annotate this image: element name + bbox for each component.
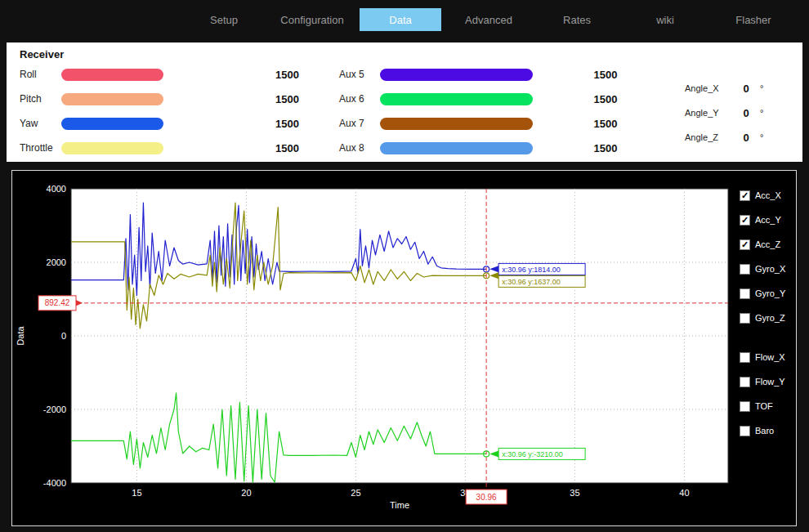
- x-tick-label: 35: [570, 488, 579, 498]
- chart-legend: Acc_XAcc_YAcc_ZGyro_XGyro_YGyro_ZFlow_XF…: [738, 171, 796, 525]
- angle-label-angle_x: Angle_X: [685, 83, 732, 93]
- channel-value-roll: 1500: [163, 69, 339, 81]
- x-tick-label: 20: [241, 488, 251, 498]
- angle-value-angle_x: 0: [732, 83, 760, 95]
- y-tick-label: -4000: [43, 478, 66, 488]
- legend-item-gyro_y: Gyro_Y: [740, 285, 796, 302]
- y-tick-label: -2000: [43, 405, 66, 414]
- tab-rates[interactable]: Rates: [536, 8, 618, 31]
- checkbox-flow_y[interactable]: [740, 377, 750, 387]
- angle-value-angle_y: 0: [732, 107, 760, 119]
- legend-label-flow_y: Flow_Y: [755, 377, 785, 387]
- angle-value-angle_z: 0: [732, 132, 760, 144]
- degree-unit: °: [760, 83, 773, 93]
- channel-label-roll: Roll: [20, 69, 61, 80]
- channel-value-throttle: 1500: [163, 142, 339, 154]
- tab-wiki[interactable]: wiki: [624, 8, 706, 31]
- receiver-panel: Receiver Roll1500Aux 51500Pitch1500Aux 6…: [7, 42, 802, 162]
- checkbox-acc_z[interactable]: [740, 239, 750, 250]
- channel-bar-pitch: [61, 93, 163, 105]
- legend-label-gyro_x: Gyro_X: [755, 264, 785, 274]
- checkbox-gyro_x[interactable]: [740, 264, 750, 275]
- legend-item-acc_x: Acc_X: [740, 187, 796, 203]
- channel-bar-roll: [61, 69, 163, 81]
- channel-label-pitch: Pitch: [20, 93, 61, 105]
- y-tick-label: 0: [61, 331, 66, 341]
- tab-data[interactable]: Data: [360, 8, 441, 31]
- checkbox-baro[interactable]: [740, 426, 750, 436]
- legend-label-acc_z: Acc_Z: [755, 239, 780, 249]
- x-tick-label: 15: [132, 488, 141, 498]
- checkbox-gyro_z[interactable]: [740, 313, 750, 324]
- angle-readouts: Angle_X0°Angle_Y0°Angle_Z0°: [685, 76, 773, 150]
- y-axis-label: Data: [16, 326, 25, 346]
- chart-panel: 152025303540400020000-2000-4000x:30.96 y…: [11, 170, 797, 526]
- channel-bar-aux5: [380, 69, 533, 81]
- y-tick-label: 4000: [47, 184, 66, 194]
- legend-label-tof: TOF: [755, 401, 773, 411]
- channel-label-yaw: Yaw: [20, 118, 61, 129]
- tooltip-text-Acc_Z: x:30.96 y:-3210.00: [502, 450, 563, 458]
- degree-unit: °: [760, 132, 773, 142]
- tab-flasher[interactable]: Flasher: [713, 8, 794, 31]
- legend-item-acc_z: Acc_Z: [740, 236, 796, 253]
- checkbox-acc_x[interactable]: [740, 190, 750, 201]
- tooltip-text-Acc_Y: x:30.96 y:1637.00: [502, 278, 561, 286]
- legend-item-tof: TOF: [740, 398, 796, 414]
- legend-label-acc_x: Acc_X: [755, 190, 781, 200]
- channel-value-aux7: 1500: [533, 118, 678, 130]
- channel-label-throttle: Throttle: [20, 142, 61, 154]
- degree-unit: °: [760, 108, 773, 118]
- app-window: SetupConfigurationDataAdvancedRateswikiF…: [0, 0, 809, 532]
- channel-bar-yaw: [61, 118, 163, 130]
- tab-configuration[interactable]: Configuration: [271, 8, 353, 31]
- y-tick-label: 2000: [47, 257, 66, 267]
- legend-group-4: Baro: [740, 422, 796, 439]
- legend-item-flow_x: Flow_X: [740, 349, 796, 365]
- checkbox-flow_x[interactable]: [740, 352, 750, 363]
- channel-bar-throttle: [61, 142, 163, 154]
- checkbox-acc_y[interactable]: [740, 215, 750, 226]
- cursor-x-value: 30.96: [476, 493, 497, 502]
- legend-label-gyro_y: Gyro_Y: [755, 288, 785, 298]
- channel-value-aux5: 1500: [533, 69, 678, 81]
- channel-value-aux8: 1500: [533, 142, 678, 154]
- channel-bar-aux7: [380, 118, 533, 130]
- receiver-title: Receiver: [20, 48, 64, 60]
- channel-label-aux8: Aux 8: [339, 142, 380, 154]
- tab-setup[interactable]: Setup: [183, 8, 265, 31]
- cursor-y-value: 892.42: [45, 298, 70, 307]
- legend-group-0: Acc_XAcc_YAcc_Z: [740, 187, 796, 253]
- channel-value-aux6: 1500: [533, 93, 678, 105]
- channel-label-aux5: Aux 5: [339, 69, 380, 80]
- angle-label-angle_z: Angle_Z: [685, 132, 732, 142]
- tab-advanced[interactable]: Advanced: [448, 8, 530, 31]
- legend-item-acc_y: Acc_Y: [740, 212, 796, 228]
- chart-svg: 152025303540400020000-2000-4000x:30.96 y…: [12, 171, 738, 524]
- legend-item-gyro_z: Gyro_Z: [740, 310, 796, 326]
- legend-group-1: Gyro_XGyro_YGyro_Z: [740, 261, 796, 326]
- legend-item-baro: Baro: [740, 422, 796, 439]
- x-tick-label: 25: [351, 488, 360, 498]
- channel-value-pitch: 1500: [163, 93, 339, 105]
- legend-label-gyro_z: Gyro_Z: [755, 313, 785, 323]
- checkbox-gyro_y[interactable]: [740, 288, 750, 299]
- tooltip-text-Acc_X: x:30.96 y:1814.00: [502, 266, 561, 274]
- legend-item-gyro_x: Gyro_X: [740, 261, 796, 277]
- x-axis-label: Time: [390, 500, 409, 510]
- channel-value-yaw: 1500: [163, 118, 339, 130]
- channel-label-aux7: Aux 7: [339, 118, 380, 129]
- legend-label-baro: Baro: [755, 426, 774, 436]
- channel-bar-aux6: [380, 93, 533, 105]
- legend-label-flow_x: Flow_X: [755, 352, 785, 362]
- top-nav: SetupConfigurationDataAdvancedRateswikiF…: [0, 0, 809, 39]
- channel-label-aux6: Aux 6: [339, 93, 380, 105]
- receiver-channels: Roll1500Aux 51500Pitch1500Aux 61500Yaw15…: [20, 62, 678, 160]
- legend-item-flow_y: Flow_Y: [740, 373, 796, 390]
- x-tick-label: 40: [679, 488, 689, 498]
- channel-bar-aux8: [380, 142, 533, 154]
- checkbox-tof[interactable]: [740, 401, 750, 412]
- legend-group-3: TOF: [740, 398, 796, 414]
- nav-tabs: SetupConfigurationDataAdvancedRateswikiF…: [180, 8, 798, 31]
- legend-group-2: Flow_XFlow_Y: [740, 349, 796, 390]
